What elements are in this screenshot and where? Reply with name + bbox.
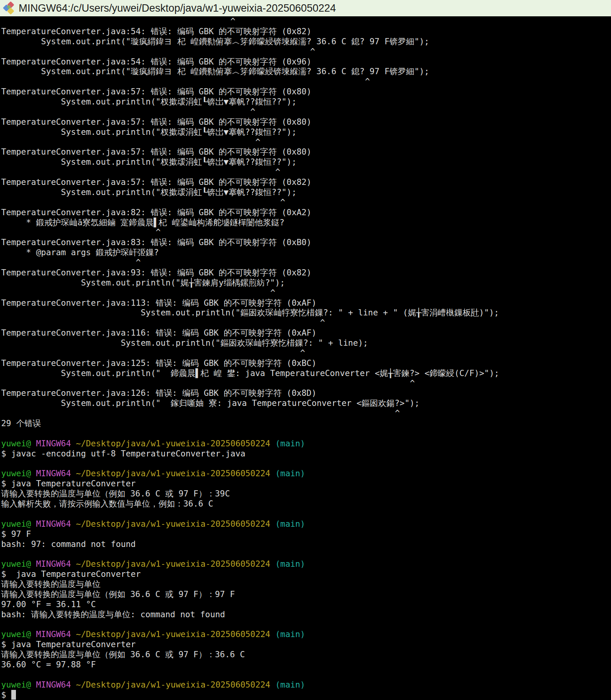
terminal-line: * @param args 鍛戒护琛屽弬鏁?	[1, 247, 611, 258]
terminal-line: 请输入要转换的温度与单位（例如 36.6 C 或 97 F）：39C	[1, 489, 611, 499]
terminal-line: System.out.println("鏂囦欢琛屾牸寮忔棤鏁?: " + lin…	[1, 308, 611, 318]
terminal-line: * 鍛戒护琛屾ā寮忥細鏀 寔鍗曟晨▌杞 崲鍙屾构浠舵墭鐩樿闄他浆鎹?	[1, 218, 611, 228]
terminal-line: System.out.print("璇疯緭鍏ヨ 杞 崲鐨勬俯搴︿笌鍗曚綅锛堜緥濡…	[1, 37, 611, 47]
terminal-line: TemperatureConverter.java:57: 错误: 编码 GBK…	[1, 177, 611, 187]
caret-line: ^	[1, 47, 611, 57]
prompt-line: yuwei@ MINGW64 ~/Desktop/java/w1-yuweixi…	[1, 439, 611, 449]
terminal-line: 请输入要转换的温度与单位	[1, 579, 611, 589]
caret-line: ^	[1, 197, 611, 207]
caret-line: ^	[1, 107, 611, 117]
terminal-line: TemperatureConverter.java:83: 错误: 编码 GBK…	[1, 237, 611, 247]
prompt-line: yuwei@ MINGW64 ~/Desktop/java/w1-yuweixi…	[1, 559, 611, 569]
terminal-line: $ 97 F	[1, 529, 611, 539]
caret-line: ^	[1, 408, 611, 418]
terminal-line: 97.00 °F = 36.11 °C	[1, 599, 611, 609]
terminal-line	[1, 549, 611, 559]
terminal-line: TemperatureConverter.java:125: 错误: 编码 GB…	[1, 358, 611, 368]
terminal-line: System.out.print("璇疯緭鍏ヨ 杞 崲鐨勬俯搴︿笌鍗曚綅锛堜緥濡…	[1, 66, 611, 77]
terminal-line: System.out.println("杈撳叆涓虹┖锛岀▼搴帆??鍑恒??");	[1, 127, 611, 137]
terminal-line: TemperatureConverter.java:54: 错误: 编码 GBK…	[1, 26, 611, 37]
caret-line: ^	[1, 258, 611, 268]
terminal-line: TemperatureConverter.java:126: 错误: 编码 GB…	[1, 388, 611, 398]
window-title: MINGW64:/c/Users/yuwei/Desktop/java/w1-y…	[19, 2, 336, 14]
terminal-line: TemperatureConverter.java:116: 错误: 编码 GB…	[1, 328, 611, 338]
terminal-line: System.out.println(" 鎵归噺妯 寮: java Temper…	[1, 398, 611, 408]
caret-line: ^	[1, 167, 611, 177]
terminal-line: 36.60 °C = 97.88 °F	[1, 660, 611, 670]
terminal-line: 请输入要转换的温度与单位（例如 36.6 C 或 97 F）：36.6 C	[1, 650, 611, 660]
terminal-line: TemperatureConverter.java:113: 错误: 编码 GB…	[1, 298, 611, 308]
terminal-line: $ java TemperatureConverter	[1, 569, 611, 579]
terminal-line	[1, 428, 611, 439]
terminal-line: TemperatureConverter.java:57: 错误: 编码 GBK…	[1, 117, 611, 127]
prompt-line: yuwei@ MINGW64 ~/Desktop/java/w1-yuweixi…	[1, 468, 611, 479]
caret-line: ^	[1, 16, 611, 26]
terminal-line: 29 个错误	[1, 418, 611, 428]
prompt-line: yuwei@ MINGW64 ~/Desktop/java/w1-yuweixi…	[1, 680, 611, 690]
caret-line: ^	[1, 378, 611, 388]
terminal-line	[1, 509, 611, 519]
caret-line: ^	[1, 77, 611, 87]
prompt-line: yuwei@ MINGW64 ~/Desktop/java/w1-yuweixi…	[1, 629, 611, 639]
terminal-line: $ java TemperatureConverter	[1, 639, 611, 650]
caret-line: ^	[1, 288, 611, 298]
msys2-app-icon	[3, 2, 16, 15]
terminal-line: TemperatureConverter.java:54: 错误: 编码 GBK…	[1, 57, 611, 67]
terminal-line: System.out.println("娓╁害鍊肩у缁楀鏍煎紡?");	[1, 278, 611, 288]
caret-line: ^	[1, 137, 611, 147]
caret-line: ^	[1, 318, 611, 328]
terminal-line: System.out.println(" 鍗曟晨▌杞 崲 鐢: java Tem…	[1, 368, 611, 378]
terminal-screen[interactable]: ^TemperatureConverter.java:54: 错误: 编码 GB…	[0, 16, 611, 700]
window-titlebar[interactable]: MINGW64:/c/Users/yuwei/Desktop/java/w1-y…	[0, 0, 611, 16]
terminal-line: 请输入要转换的温度与单位（例如 36.6 C 或 97 F）：97 F	[1, 589, 611, 599]
terminal-line: bash: 请输入要转换的温度与单位: command not found	[1, 609, 611, 620]
caret-line: ^	[1, 227, 611, 237]
terminal-line	[1, 620, 611, 630]
terminal-line: TemperatureConverter.java:82: 错误: 编码 GBK…	[1, 207, 611, 218]
terminal-line: $ java TemperatureConverter	[1, 479, 611, 489]
terminal-line: System.out.println("鏂囦欢琛屾牸寮忔棤鏁?: " + lin…	[1, 338, 611, 348]
terminal-line: bash: 97: command not found	[1, 539, 611, 549]
terminal-line	[1, 670, 611, 680]
terminal-line: System.out.println("杈撳叆涓虹┖锛岀▼搴帆??鍑恒??");	[1, 187, 611, 197]
terminal-line: TemperatureConverter.java:57: 错误: 编码 GBK…	[1, 87, 611, 97]
terminal-line: 输入解析失败，请按示例输入数值与单位，例如：36.6 C	[1, 499, 611, 509]
caret-line: ^	[1, 348, 611, 358]
terminal-line: $	[1, 690, 611, 700]
terminal-line: TemperatureConverter.java:93: 错误: 编码 GBK…	[1, 268, 611, 278]
prompt-line: yuwei@ MINGW64 ~/Desktop/java/w1-yuweixi…	[1, 519, 611, 529]
terminal-line: TemperatureConverter.java:57: 错误: 编码 GBK…	[1, 147, 611, 157]
terminal-line: $ javac -encoding utf-8 TemperatureConve…	[1, 449, 611, 459]
terminal-line: System.out.println("杈撳叆涓虹┖锛岀▼搴帆??鍑恒??");	[1, 97, 611, 107]
terminal-line	[1, 459, 611, 469]
terminal-line: System.out.println("杈撳叆涓虹┖锛岀▼搴帆??鍑恒??");	[1, 157, 611, 167]
